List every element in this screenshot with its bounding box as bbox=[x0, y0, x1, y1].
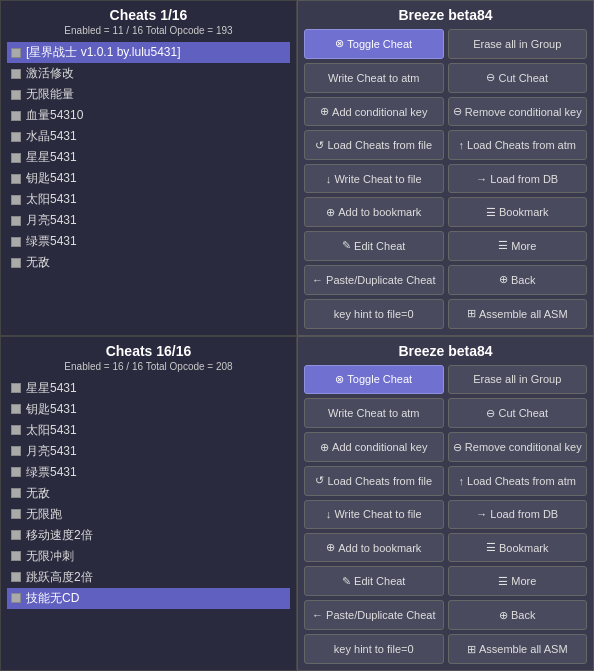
bookmark-2-button[interactable]: ☰Bookmark bbox=[448, 533, 588, 563]
assemble-asm-2-label: Assemble all ASM bbox=[479, 643, 568, 655]
load-cheats-file-2-label: Load Cheats from file bbox=[327, 475, 432, 487]
key-hint-2-button[interactable]: key hint to file=0 bbox=[304, 634, 444, 664]
add-cond-key-2-button[interactable]: ⊕Add conditional key bbox=[304, 432, 444, 462]
cheat-label: 无限能量 bbox=[26, 86, 74, 103]
cheat-item[interactable]: 月亮5431 bbox=[7, 210, 290, 231]
bottom-left-panel: Cheats 16/16 Enabled = 16 / 16 Total Opc… bbox=[0, 336, 297, 672]
assemble-asm-icon: ⊞ bbox=[467, 307, 476, 320]
cheat-item[interactable]: 钥匙5431 bbox=[7, 399, 290, 420]
bookmark-button[interactable]: ☰Bookmark bbox=[448, 197, 588, 227]
cheat-item[interactable]: 太阳5431 bbox=[7, 189, 290, 210]
remove-cond-key-2-button[interactable]: ⊖Remove conditional key bbox=[448, 432, 588, 462]
write-cheat-atm-2-button[interactable]: Write Cheat to atm bbox=[304, 398, 444, 428]
cheat-item[interactable]: 月亮5431 bbox=[7, 441, 290, 462]
remove-cond-key-button[interactable]: ⊖Remove conditional key bbox=[448, 97, 588, 127]
erase-all-2-label: Erase all in Group bbox=[473, 373, 561, 385]
back-icon: ⊕ bbox=[499, 273, 508, 286]
cheat-item[interactable]: 绿票5431 bbox=[7, 462, 290, 483]
cheat-label: 太阳5431 bbox=[26, 422, 77, 439]
erase-all-button[interactable]: Erase all in Group bbox=[448, 29, 588, 59]
cheat-label: 无限跑 bbox=[26, 506, 62, 523]
assemble-asm-2-button[interactable]: ⊞Assemble all ASM bbox=[448, 634, 588, 664]
add-bookmark-2-button[interactable]: ⊕Add to bookmark bbox=[304, 533, 444, 563]
cheat-label: 星星5431 bbox=[26, 149, 77, 166]
toggle-cheat-2-button[interactable]: ⊗Toggle Cheat bbox=[304, 365, 444, 395]
cut-cheat-label: Cut Cheat bbox=[498, 72, 548, 84]
toggle-cheat-label: Toggle Cheat bbox=[347, 38, 412, 50]
cheat-label: 太阳5431 bbox=[26, 191, 77, 208]
cheat-item[interactable]: 移动速度2倍 bbox=[7, 525, 290, 546]
cheat-checkbox-icon bbox=[11, 404, 21, 414]
bookmark-2-label: Bookmark bbox=[499, 542, 549, 554]
paste-cheat-2-button[interactable]: ← Paste/Duplicate Cheat bbox=[304, 600, 444, 630]
cheat-item[interactable]: 太阳5431 bbox=[7, 420, 290, 441]
cheat-item[interactable]: 跳跃高度2倍 bbox=[7, 567, 290, 588]
erase-all-2-button[interactable]: Erase all in Group bbox=[448, 365, 588, 395]
cheat-item[interactable]: 星星5431 bbox=[7, 378, 290, 399]
cheat-item[interactable]: 技能无CD bbox=[7, 588, 290, 609]
more-2-button[interactable]: ☰More bbox=[448, 566, 588, 596]
add-bookmark-icon: ⊕ bbox=[326, 206, 335, 219]
load-cheats-file-2-button[interactable]: ↺Load Cheats from file bbox=[304, 466, 444, 496]
cheat-item[interactable]: 钥匙5431 bbox=[7, 168, 290, 189]
add-cond-key-2-label: Add conditional key bbox=[332, 441, 427, 453]
cheat-label: 星星5431 bbox=[26, 380, 77, 397]
cut-cheat-2-button[interactable]: ⊖Cut Cheat bbox=[448, 398, 588, 428]
cheat-label: 血量54310 bbox=[26, 107, 83, 124]
top-left-panel: Cheats 1/16 Enabled = 11 / 16 Total Opco… bbox=[0, 0, 297, 336]
paste-cheat-button[interactable]: ← Paste/Duplicate Cheat bbox=[304, 265, 444, 295]
add-bookmark-label: Add to bookmark bbox=[338, 206, 421, 218]
assemble-asm-button[interactable]: ⊞Assemble all ASM bbox=[448, 299, 588, 329]
add-cond-key-button[interactable]: ⊕Add conditional key bbox=[304, 97, 444, 127]
write-cheat-file-2-button[interactable]: ↓ Write Cheat to file bbox=[304, 500, 444, 529]
toggle-cheat-button[interactable]: ⊗Toggle Cheat bbox=[304, 29, 444, 59]
top-right-title: Breeze beta84 bbox=[304, 7, 587, 23]
cut-cheat-button[interactable]: ⊖Cut Cheat bbox=[448, 63, 588, 93]
add-bookmark-button[interactable]: ⊕Add to bookmark bbox=[304, 197, 444, 227]
edit-cheat-2-button[interactable]: ✎Edit Cheat bbox=[304, 566, 444, 596]
write-cheat-file-button[interactable]: ↓ Write Cheat to file bbox=[304, 164, 444, 193]
cheat-item[interactable]: [星界战士 v1.0.1 by.lulu5431] bbox=[7, 42, 290, 63]
load-cheats-file-button[interactable]: ↺Load Cheats from file bbox=[304, 130, 444, 160]
cheat-checkbox-icon bbox=[11, 132, 21, 142]
more-button[interactable]: ☰More bbox=[448, 231, 588, 261]
cheat-label: 钥匙5431 bbox=[26, 170, 77, 187]
cheat-label: 技能无CD bbox=[26, 590, 79, 607]
cheat-item[interactable]: 无敌 bbox=[7, 252, 290, 273]
edit-cheat-button[interactable]: ✎Edit Cheat bbox=[304, 231, 444, 261]
key-hint-button[interactable]: key hint to file=0 bbox=[304, 299, 444, 329]
cheat-item[interactable]: 无限跑 bbox=[7, 504, 290, 525]
paste-cheat-2-label: ← Paste/Duplicate Cheat bbox=[312, 609, 436, 621]
cheat-checkbox-icon bbox=[11, 488, 21, 498]
key-hint-label: key hint to file=0 bbox=[334, 308, 414, 320]
key-hint-2-label: key hint to file=0 bbox=[334, 643, 414, 655]
load-cheats-atm-2-button[interactable]: ↑ Load Cheats from atm bbox=[448, 466, 588, 496]
cheat-item[interactable]: 无限冲刺 bbox=[7, 546, 290, 567]
cheat-item[interactable]: 星星5431 bbox=[7, 147, 290, 168]
edit-cheat-2-icon: ✎ bbox=[342, 575, 351, 588]
cheat-label: 无敌 bbox=[26, 254, 50, 271]
load-cheats-atm-label: ↑ Load Cheats from atm bbox=[459, 139, 576, 151]
back-button[interactable]: ⊕Back bbox=[448, 265, 588, 295]
cheat-item[interactable]: 水晶5431 bbox=[7, 126, 290, 147]
cheat-item[interactable]: 血量54310 bbox=[7, 105, 290, 126]
cheat-label: 月亮5431 bbox=[26, 443, 77, 460]
cheat-item[interactable]: 绿票5431 bbox=[7, 231, 290, 252]
write-cheat-atm-button[interactable]: Write Cheat to atm bbox=[304, 63, 444, 93]
cheat-checkbox-icon bbox=[11, 593, 21, 603]
load-cheats-atm-2-label: ↑ Load Cheats from atm bbox=[459, 475, 576, 487]
cheat-checkbox-icon bbox=[11, 174, 21, 184]
cheat-checkbox-icon bbox=[11, 153, 21, 163]
cheat-item[interactable]: 无敌 bbox=[7, 483, 290, 504]
load-db-button[interactable]: → Load from DB bbox=[448, 164, 588, 193]
cheat-item[interactable]: 无限能量 bbox=[7, 84, 290, 105]
more-2-icon: ☰ bbox=[498, 575, 508, 588]
back-2-button[interactable]: ⊕Back bbox=[448, 600, 588, 630]
cheat-label: 无敌 bbox=[26, 485, 50, 502]
toggle-cheat-icon: ⊗ bbox=[335, 37, 344, 50]
cheat-label: [星界战士 v1.0.1 by.lulu5431] bbox=[26, 44, 181, 61]
load-cheats-file-label: Load Cheats from file bbox=[327, 139, 432, 151]
load-db-2-button[interactable]: → Load from DB bbox=[448, 500, 588, 529]
load-cheats-atm-button[interactable]: ↑ Load Cheats from atm bbox=[448, 130, 588, 160]
cheat-item[interactable]: 激活修改 bbox=[7, 63, 290, 84]
